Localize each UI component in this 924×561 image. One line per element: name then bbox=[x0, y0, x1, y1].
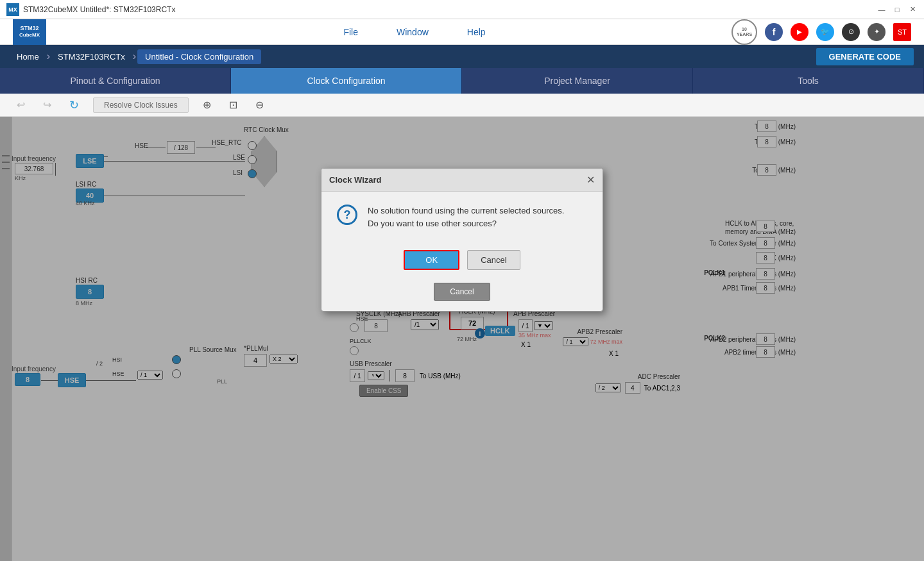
social-icons: 10YEARS f ▶ 🐦 ⊙ ✦ ST bbox=[732, 19, 911, 45]
dialog-cancel-gray-button[interactable]: Cancel bbox=[434, 283, 490, 301]
dialog-title: Clock Wizard bbox=[329, 175, 382, 185]
facebook-icon[interactable]: f bbox=[765, 23, 783, 41]
tab-tools[interactable]: Tools bbox=[693, 68, 924, 94]
resolve-clock-button[interactable]: Resolve Clock Issues bbox=[93, 97, 189, 113]
breadcrumb-bar: Home › STM32F103RCTx › Untitled - Clock … bbox=[0, 45, 924, 68]
youtube-icon[interactable]: ▶ bbox=[791, 23, 809, 41]
breadcrumb-chip[interactable]: STM32F103RCTx bbox=[51, 52, 132, 62]
menu-help[interactable]: Help bbox=[467, 27, 486, 37]
redo-button[interactable]: ↪ bbox=[39, 96, 55, 113]
close-button[interactable]: ✕ bbox=[907, 4, 918, 15]
menu-window[interactable]: Window bbox=[397, 27, 429, 37]
menu-bar: STM32 CubeMX File Window Help 10YEARS f … bbox=[0, 19, 924, 45]
dialog-message-1: No solution found using the current sele… bbox=[368, 205, 564, 217]
dialog-question-icon: ? bbox=[337, 205, 357, 225]
anniversary-badge: 10YEARS bbox=[732, 19, 757, 45]
dialog-title-bar: Clock Wizard ✕ bbox=[321, 169, 603, 192]
dialog-message-area: No solution found using the current sele… bbox=[368, 205, 564, 230]
maximize-button[interactable]: □ bbox=[892, 4, 902, 15]
dialog-close-button[interactable]: ✕ bbox=[586, 174, 595, 186]
zoom-in-button[interactable]: ⊕ bbox=[199, 96, 215, 113]
dialog-button-row: OK Cancel bbox=[321, 242, 603, 283]
generate-code-button[interactable]: GENERATE CODE bbox=[816, 48, 914, 65]
dialog-cancel-row: Cancel bbox=[321, 283, 603, 311]
breadcrumb-arrow-2: › bbox=[133, 51, 136, 62]
breadcrumb-arrow-1: › bbox=[47, 51, 50, 62]
github-icon[interactable]: ⊙ bbox=[842, 23, 860, 41]
tab-project[interactable]: Project Manager bbox=[462, 68, 693, 94]
tab-pinout[interactable]: Pinout & Configuration bbox=[0, 68, 231, 94]
toolbar: ↩ ↪ ↻ Resolve Clock Issues ⊕ ⊡ ⊖ bbox=[0, 94, 924, 117]
window-controls: — □ ✕ bbox=[877, 4, 918, 15]
dialog-body: ? No solution found using the current se… bbox=[321, 192, 603, 242]
refresh-button[interactable]: ↻ bbox=[65, 96, 83, 115]
zoom-out-button[interactable]: ⊖ bbox=[252, 96, 268, 113]
fit-button[interactable]: ⊡ bbox=[225, 96, 241, 113]
clock-wizard-dialog: Clock Wizard ✕ ? No solution found using… bbox=[321, 168, 603, 312]
twitter-icon[interactable]: 🐦 bbox=[816, 23, 834, 41]
dialog-ok-button[interactable]: OK bbox=[404, 250, 459, 270]
tab-bar: Pinout & Configuration Clock Configurati… bbox=[0, 68, 924, 94]
window-title: STM32CubeMX Untitled*: STM32F103RCTx bbox=[23, 5, 175, 14]
tab-clock[interactable]: Clock Configuration bbox=[231, 68, 462, 94]
clock-diagram: RTC Clock Mux HSE / 128 HSE_RTC LSE LSI … bbox=[0, 117, 924, 561]
menu-items: File Window Help bbox=[98, 27, 732, 37]
dialog-message-2: Do you want to use other sources? bbox=[368, 217, 564, 230]
main-area: RTC Clock Mux HSE / 128 HSE_RTC LSE LSI … bbox=[0, 117, 924, 561]
menu-file[interactable]: File bbox=[343, 27, 358, 37]
st-logo-icon[interactable]: ST bbox=[893, 23, 911, 41]
breadcrumb-home[interactable]: Home bbox=[10, 52, 46, 62]
minimize-button[interactable]: — bbox=[877, 4, 887, 15]
title-bar: MX STM32CubeMX Untitled*: STM32F103RCTx … bbox=[0, 0, 924, 19]
undo-button[interactable]: ↩ bbox=[13, 96, 29, 113]
logo-area: STM32 CubeMX bbox=[13, 19, 46, 45]
app-icon: MX bbox=[6, 3, 19, 16]
dialog-overlay: Clock Wizard ✕ ? No solution found using… bbox=[0, 117, 924, 561]
app-logo: STM32 CubeMX bbox=[13, 19, 46, 45]
network-icon[interactable]: ✦ bbox=[868, 23, 886, 41]
dialog-cancel-button[interactable]: Cancel bbox=[467, 250, 520, 270]
breadcrumb-active[interactable]: Untitled - Clock Configuration bbox=[137, 49, 261, 64]
